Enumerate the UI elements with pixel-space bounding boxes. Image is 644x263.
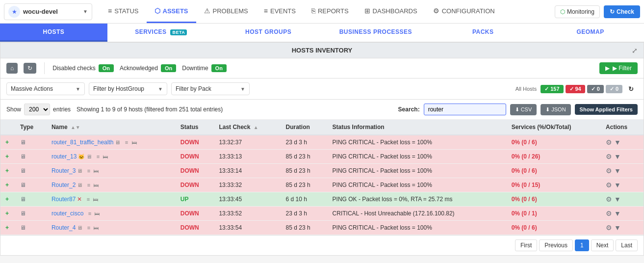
acknowledged-toggle-btn[interactable]: On: [161, 64, 176, 72]
sub-nav-packs[interactable]: PACKS: [429, 24, 537, 42]
actions-cell: ⚙ ▼: [601, 221, 644, 235]
col-last-check[interactable]: Last Check ▲: [214, 120, 281, 135]
sub-nav-host-groups[interactable]: HOST GROUPS: [215, 24, 322, 42]
expand-cell[interactable]: +: [0, 164, 15, 178]
schedule-icon[interactable]: ≡: [97, 154, 100, 159]
sub-nav-services[interactable]: SERVICES BETA: [107, 24, 215, 42]
host-name-link[interactable]: router_cisco: [52, 210, 83, 217]
check-button[interactable]: ↻ Check: [604, 5, 640, 18]
nav-status[interactable]: ≡ STATUS: [100, 0, 147, 23]
expand-icon[interactable]: ⤢: [632, 47, 638, 54]
schedule-icon[interactable]: ≡: [87, 182, 90, 188]
host-name-link[interactable]: Router_3: [52, 167, 76, 174]
expand-cell[interactable]: +: [0, 178, 15, 192]
home-button[interactable]: ⌂: [6, 63, 18, 74]
note-icon[interactable]: 🛏: [93, 225, 99, 231]
filter-button[interactable]: ▶ ▶ Filter: [599, 62, 638, 74]
monitoring-button[interactable]: ⬡ Monitoring: [555, 5, 600, 18]
host-name-link[interactable]: Router_4: [52, 224, 76, 231]
actions-menu-icon[interactable]: ⚙ ▼: [606, 210, 621, 217]
nav-configuration[interactable]: ⚙ CONFIGURATION: [425, 0, 503, 23]
json-export-button[interactable]: ⬇ JSON: [541, 104, 570, 115]
sub-nav-hosts[interactable]: HOSTS: [0, 24, 107, 42]
schedule-icon[interactable]: ≡: [88, 210, 91, 216]
csv-export-button[interactable]: ⬇ CSV: [510, 104, 537, 115]
col-type[interactable]: Type: [15, 120, 47, 135]
note-icon[interactable]: 🛏: [93, 182, 99, 188]
disabled-checks-toggle-btn[interactable]: On: [99, 64, 114, 72]
expand-row-icon[interactable]: +: [5, 224, 9, 231]
grey-count-value: 0: [616, 86, 618, 92]
pagination-next-button[interactable]: Next: [591, 239, 614, 251]
expand-cell[interactable]: +: [0, 192, 15, 207]
filter-hostgroup-dropdown[interactable]: Filter by HostGroup ▼: [89, 82, 167, 95]
expand-cell[interactable]: +: [0, 207, 15, 221]
pagination-first-button[interactable]: First: [515, 239, 537, 251]
col-status-info[interactable]: Status Information: [328, 120, 507, 135]
search-input[interactable]: [424, 104, 506, 115]
actions-menu-icon[interactable]: ⚙ ▼: [606, 195, 621, 203]
pagination-last-button[interactable]: Last: [616, 239, 638, 251]
filter-pack-dropdown[interactable]: Filter by Pack ▼: [171, 82, 250, 95]
disabled-checks-toggle: Disabled checks On: [52, 64, 114, 72]
expand-row-icon[interactable]: +: [5, 139, 9, 146]
pagination-previous-button[interactable]: Previous: [539, 239, 573, 251]
expand-row-icon[interactable]: +: [5, 182, 9, 188]
schedule-icon[interactable]: ≡: [87, 196, 90, 202]
col-status[interactable]: Status: [176, 120, 214, 135]
host-name-link[interactable]: Router87: [52, 196, 76, 203]
note-icon[interactable]: 🛏: [131, 139, 137, 145]
expand-row-icon[interactable]: +: [5, 167, 9, 174]
expand-cell[interactable]: +: [0, 150, 15, 164]
expand-cell[interactable]: +: [0, 135, 15, 150]
actions-menu-icon[interactable]: ⚙ ▼: [606, 181, 621, 189]
col-services[interactable]: Services (%/Ok/Total): [507, 120, 601, 135]
col-duration[interactable]: Duration: [281, 120, 328, 135]
status-info-value: PING CRITICAL - Packet loss = 100%: [333, 139, 432, 146]
downtime-toggle-btn[interactable]: On: [211, 64, 227, 72]
actions-menu-icon[interactable]: ⚙ ▼: [606, 153, 621, 160]
note-icon[interactable]: 🛏: [103, 154, 108, 159]
note-icon[interactable]: 🛏: [94, 210, 100, 216]
pagination-page-1-button[interactable]: 1: [575, 239, 589, 251]
show-entries-select[interactable]: 200 100 50 25: [24, 104, 50, 115]
host-name-link[interactable]: router_81_traffic_health: [52, 139, 114, 146]
col-name[interactable]: Name ▲▼: [47, 120, 176, 135]
nav-events[interactable]: ≡ EVENTS: [256, 0, 304, 23]
actions-menu-icon[interactable]: ⚙ ▼: [606, 138, 621, 146]
note-icon[interactable]: 🛏: [93, 196, 98, 202]
show-applied-filters-button[interactable]: Show Applied Filters: [575, 104, 638, 115]
actions-menu-icon[interactable]: ⚙ ▼: [606, 224, 621, 232]
expand-row-icon[interactable]: +: [5, 210, 9, 217]
dashboards-nav-icon: ⊞: [364, 7, 370, 15]
note-icon[interactable]: 🛏: [93, 168, 99, 174]
massive-actions-dropdown[interactable]: Massive Actions ▼: [6, 82, 85, 95]
last-check-cell: 13:33:13: [214, 150, 281, 164]
name-sort-icon: ▲▼: [71, 125, 80, 130]
expand-cell[interactable]: +: [0, 221, 15, 235]
toolbar-secondary: Massive Actions ▼ Filter by HostGroup ▼ …: [0, 79, 644, 100]
refresh-counts-icon[interactable]: ↻: [624, 84, 638, 94]
status-info-cell: PING CRITICAL - Packet loss = 100%: [328, 135, 507, 150]
nav-problems[interactable]: ⚠ PROBLEMS: [196, 0, 256, 23]
host-name-link[interactable]: router_13: [52, 153, 77, 160]
expand-row-icon[interactable]: +: [5, 196, 9, 203]
nav-reports[interactable]: ⎘ REPORTS: [304, 0, 357, 23]
problems-nav-icon: ⚠: [204, 7, 210, 15]
sub-nav-business-processes[interactable]: BUSINESS PROCESSES: [322, 24, 429, 42]
sub-navigation: HOSTS SERVICES BETA HOST GROUPS BUSINESS…: [0, 24, 644, 42]
instance-selector[interactable]: ★ wocu-devel ▼: [4, 3, 92, 20]
host-type-icon: 🖥: [20, 210, 26, 217]
refresh-button[interactable]: ↻: [24, 63, 36, 74]
actions-menu-icon[interactable]: ⚙ ▼: [606, 167, 621, 175]
grey-check-icon: ✓: [610, 86, 614, 92]
schedule-icon[interactable]: ≡: [87, 225, 90, 231]
sub-nav-geomap[interactable]: GEOMAP: [537, 24, 644, 42]
nav-assets[interactable]: ⬡ ASSETS: [147, 0, 196, 23]
filter-icon: ▶: [605, 65, 610, 72]
host-name-link[interactable]: Router_2: [52, 182, 76, 188]
schedule-icon[interactable]: ≡: [125, 139, 128, 145]
schedule-icon[interactable]: ≡: [87, 168, 90, 174]
nav-dashboards[interactable]: ⊞ DASHBOARDS: [357, 0, 425, 23]
expand-row-icon[interactable]: +: [5, 153, 9, 160]
